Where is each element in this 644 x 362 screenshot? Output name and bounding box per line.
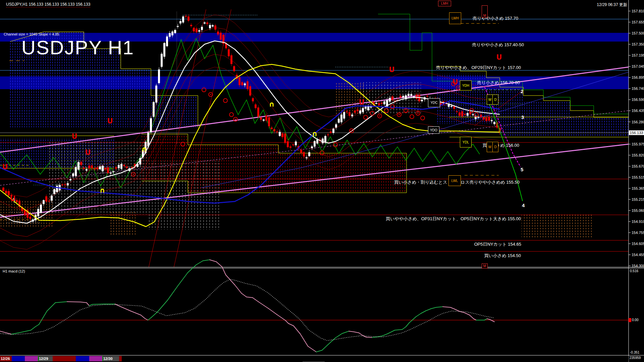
bull-candle: [335, 124, 337, 127]
bull-candle: [40, 205, 42, 213]
macd-line: [409, 320, 412, 323]
bull-candle: [110, 173, 112, 174]
macd-line: [178, 273, 188, 286]
bear-candle: [357, 110, 359, 111]
macd-line: [362, 335, 366, 337]
bull-candle: [70, 179, 71, 180]
bull-candle: [150, 118, 152, 132]
bull-candle: [360, 111, 361, 113]
bull-candle: [172, 32, 173, 35]
macd-line: [293, 326, 300, 334]
bear-candle: [260, 118, 262, 120]
macd-line: [55, 302, 67, 303]
macd-line: [168, 286, 178, 300]
down-arrow-icon: U: [10, 195, 15, 203]
bull-candle: [421, 100, 423, 101]
bear-candle: [46, 196, 47, 201]
bull-candle: [376, 103, 377, 104]
bull-candle: [402, 96, 404, 98]
bull-candle: [78, 162, 79, 170]
bear-candle: [464, 114, 466, 115]
bear-candle: [191, 25, 192, 26]
bull-candle: [309, 153, 310, 156]
bull-candle: [365, 107, 367, 108]
bull-candle: [156, 86, 157, 103]
bull-candle: [209, 25, 211, 28]
macd-line: [470, 315, 474, 319]
bear-candle: [346, 112, 348, 112]
bull-candle: [472, 114, 474, 115]
up-arrow-icon: ∩: [99, 186, 105, 194]
bull-candle: [362, 108, 364, 112]
bear-candle: [24, 210, 26, 215]
bull-candle: [494, 122, 495, 124]
macd-line: [443, 307, 450, 307]
bear-candle: [207, 22, 208, 24]
bull-candle: [99, 167, 101, 169]
bear-candle: [241, 82, 243, 85]
down-arrow-icon: U: [71, 132, 77, 140]
bull-candle: [212, 25, 214, 26]
bull-candle: [411, 94, 412, 96]
bull-candle: [201, 27, 203, 30]
bear-candle: [91, 166, 93, 168]
bear-candle: [188, 17, 190, 21]
macd-line: [349, 331, 354, 332]
bull-candle: [338, 119, 340, 123]
bull-candle: [311, 146, 313, 148]
macd-signal-line: [0, 279, 493, 341]
bear-candle: [349, 112, 351, 116]
bull-candle: [67, 183, 69, 185]
bull-candle: [244, 84, 246, 85]
bull-candle: [295, 142, 297, 145]
macd-line: [151, 312, 158, 318]
bull-candle: [408, 94, 410, 96]
macd-line: [47, 303, 55, 311]
bull-candle: [75, 167, 77, 176]
bear-candle: [292, 144, 294, 145]
macd-line: [20, 330, 31, 333]
bull-candle: [169, 33, 171, 37]
bear-candle: [381, 103, 383, 104]
bear-candle: [48, 201, 50, 201]
bull-candle: [343, 112, 345, 118]
bear-candle: [327, 134, 329, 135]
bear-candle: [268, 118, 270, 126]
bear-candle: [185, 16, 187, 17]
bear-candle: [287, 141, 289, 147]
bear-candle: [193, 28, 195, 31]
bull-candle: [333, 129, 334, 132]
macd-line: [300, 334, 308, 346]
macd-line: [210, 260, 216, 262]
bear-candle: [233, 66, 235, 71]
macd-line: [288, 323, 293, 326]
macd-line: [141, 315, 145, 318]
down-arrow-icon: U: [452, 78, 458, 86]
bear-candle: [16, 200, 18, 202]
bull-candle: [325, 136, 326, 142]
macd-line: [395, 329, 402, 330]
bull-candle: [148, 133, 149, 146]
macd-line: [316, 350, 322, 352]
macd-layers: [0, 260, 631, 352]
bear-candle: [89, 166, 90, 168]
chart-watermark: USDJPY H1: [21, 36, 134, 59]
macd-line: [35, 324, 39, 327]
macd-toggle-button[interactable]: macd ON: [303, 357, 325, 362]
bull-candle: [118, 165, 120, 168]
macd-line: [216, 262, 222, 267]
bull-candle: [166, 37, 168, 46]
bull-candle: [180, 21, 181, 23]
macd-line: [426, 309, 431, 311]
bull-candle: [368, 106, 369, 110]
bull-candle: [317, 140, 318, 143]
macd-line: [382, 334, 387, 336]
bull-candle: [56, 186, 58, 192]
bear-candle: [8, 191, 10, 195]
bull-candle: [467, 113, 469, 116]
macd-line: [359, 333, 362, 335]
macd-line: [121, 307, 131, 311]
macd-line: [241, 293, 247, 297]
bull-candle: [102, 166, 104, 171]
signal-ring: [223, 99, 227, 103]
